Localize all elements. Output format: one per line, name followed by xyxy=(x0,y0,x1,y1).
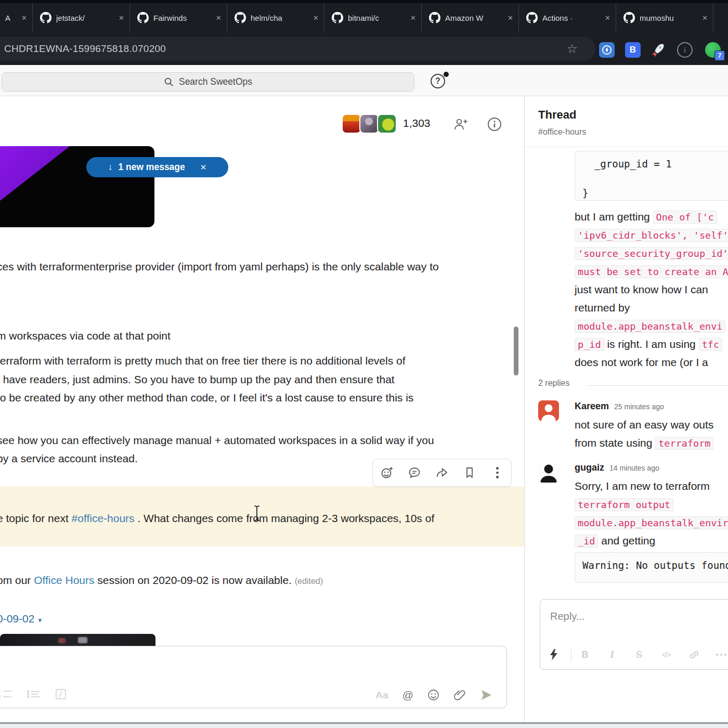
emoji-button[interactable] xyxy=(427,688,440,701)
inline-code: module.app_beanstalk_envi xyxy=(575,320,725,333)
office-hours-link[interactable]: Office Hours xyxy=(34,574,94,586)
send-button[interactable] xyxy=(480,688,493,701)
reply-in-thread-button[interactable] xyxy=(406,464,423,482)
new-message-pill[interactable]: ↓ 1 new message ✕ xyxy=(86,157,228,177)
help-notification-dot xyxy=(444,72,449,77)
tab-label: mumoshu xyxy=(640,14,697,22)
more-actions-button[interactable] xyxy=(488,464,506,482)
timestamp[interactable]: 14 minutes ago xyxy=(609,464,659,472)
italic-button[interactable]: I xyxy=(605,648,619,661)
github-icon xyxy=(40,12,51,23)
reply-text: _id and getting xyxy=(575,534,655,548)
share-message-button[interactable] xyxy=(433,464,451,482)
down-arrow-icon: ↓ xyxy=(108,162,113,173)
strikethrough-icon: S xyxy=(636,649,642,660)
save-message-button[interactable] xyxy=(461,464,478,482)
code-button[interactable]: </> xyxy=(659,648,673,661)
browser-tab-mumoshu[interactable]: mumoshu ✕ xyxy=(616,3,713,32)
inline-code: terraform xyxy=(655,437,713,450)
help-button[interactable]: ? xyxy=(431,74,445,88)
tab-label: helm/cha xyxy=(251,14,308,22)
chevron-down-icon[interactable]: ▾ xyxy=(38,616,42,624)
scrollbar-thumb[interactable] xyxy=(514,327,518,375)
extension-compass-icon[interactable] xyxy=(599,42,615,58)
tab-close-icon[interactable]: ✕ xyxy=(216,14,222,22)
avatar-kareem[interactable] xyxy=(538,400,559,421)
more-formatting-button[interactable] xyxy=(714,648,728,661)
member-avatar[interactable] xyxy=(342,114,361,134)
browser-tab-fairwinds[interactable]: Fairwinds ✕ xyxy=(130,3,227,32)
reply-text: terraform output xyxy=(575,497,673,512)
tab-close-icon[interactable]: ✕ xyxy=(605,14,610,22)
extension-b-icon[interactable]: B xyxy=(625,42,641,58)
address-bar[interactable]: CHDR1EWNA-1599675818.070200 ☆ xyxy=(0,37,595,61)
search-input[interactable]: Search SweetOps xyxy=(2,72,414,92)
reply-header: gugaiz 14 minutes ago xyxy=(575,462,659,473)
person-icon xyxy=(538,462,559,483)
tab-close-icon[interactable]: ✕ xyxy=(313,14,319,22)
help-icon: ? xyxy=(435,76,440,86)
ordered-list-icon[interactable]: 12 xyxy=(0,688,12,700)
browser-tab-partial[interactable]: A ✕ xyxy=(0,3,33,32)
channel-info-button[interactable] xyxy=(485,115,504,134)
url-text: CHDR1EWNA-1599675818.070200 xyxy=(4,43,166,55)
avatar-gugaiz[interactable] xyxy=(538,462,559,483)
browser-tabstrip: A ✕ jetstack/ ✕ Fairwinds ✕ helm/cha ✕ b… xyxy=(0,3,728,32)
add-people-button[interactable] xyxy=(451,115,470,134)
bookmark-star-icon[interactable]: ☆ xyxy=(566,42,578,56)
thread-code-block: _group_id = 1 } xyxy=(575,151,728,201)
blockquote-icon[interactable] xyxy=(27,688,40,700)
inline-code: 'source_security_group_id' xyxy=(575,247,728,260)
link-button[interactable] xyxy=(687,648,701,661)
username[interactable]: gugaiz xyxy=(575,462,604,473)
member-count[interactable]: 1,303 xyxy=(403,117,431,129)
inline-code: One of ['c xyxy=(653,211,717,224)
tab-close-icon[interactable]: ✕ xyxy=(21,14,27,22)
replies-divider xyxy=(588,385,728,386)
thread-message-line: just want to know how I can xyxy=(575,282,708,296)
extension-badge: 7 xyxy=(714,50,725,61)
tab-close-icon[interactable]: ✕ xyxy=(702,14,708,22)
channel-link[interactable]: #office-hours xyxy=(72,512,135,524)
inline-code: module.app_beanstalk_envir xyxy=(575,516,728,529)
browser-tab-amazon[interactable]: Amazon W ✕ xyxy=(422,3,519,32)
mention-button[interactable]: @ xyxy=(402,689,413,701)
attach-file-icon[interactable] xyxy=(453,688,466,701)
browser-tab-actions[interactable]: Actions · ✕ xyxy=(519,3,616,32)
extension-rocket-icon[interactable] xyxy=(650,42,666,58)
message-text: to be created by any other method than c… xyxy=(0,391,413,405)
tab-label: Amazon W xyxy=(445,14,503,22)
bold-button[interactable]: B xyxy=(578,648,592,661)
text-format-button[interactable]: Aa xyxy=(375,690,388,701)
browser-tab-jetstack[interactable]: jetstack/ ✕ xyxy=(33,3,130,32)
github-icon xyxy=(235,12,246,23)
code-block-icon[interactable] xyxy=(55,688,67,700)
browser-tab-bitnami[interactable]: bitnami/c ✕ xyxy=(324,3,422,32)
edited-label: (edited) xyxy=(295,577,323,586)
message-composer[interactable]: 12 Aa @ xyxy=(0,646,507,708)
shortcuts-button[interactable] xyxy=(547,648,561,661)
github-icon xyxy=(429,12,440,23)
github-icon xyxy=(332,12,343,23)
svg-text:1: 1 xyxy=(0,688,1,694)
link-icon xyxy=(688,649,700,660)
strikethrough-button[interactable]: S xyxy=(632,648,646,661)
code-icon: </> xyxy=(661,651,670,659)
member-avatar[interactable] xyxy=(359,114,379,134)
timestamp[interactable]: 25 minutes ago xyxy=(614,402,664,411)
inline-code: terraform output xyxy=(575,498,673,511)
pill-close-icon[interactable]: ✕ xyxy=(200,163,207,172)
add-reaction-button[interactable] xyxy=(378,464,396,482)
tab-close-icon[interactable]: ✕ xyxy=(119,14,124,22)
thread-message-line: p_id is right. I am using tfc xyxy=(575,337,722,352)
thread-message-line: does not work for me (or I a xyxy=(575,355,708,369)
browser-tab-helm[interactable]: helm/cha ✕ xyxy=(227,3,324,32)
tab-close-icon[interactable]: ✕ xyxy=(508,14,513,22)
file-title-link[interactable]: 0-09-02▾ xyxy=(0,613,42,625)
username[interactable]: Kareem xyxy=(575,401,609,412)
extension-info-icon[interactable]: i xyxy=(677,42,693,58)
ellipsis-icon xyxy=(716,654,726,656)
member-avatar[interactable] xyxy=(377,114,397,134)
tab-close-icon[interactable]: ✕ xyxy=(410,14,416,22)
comment-icon xyxy=(408,466,421,479)
